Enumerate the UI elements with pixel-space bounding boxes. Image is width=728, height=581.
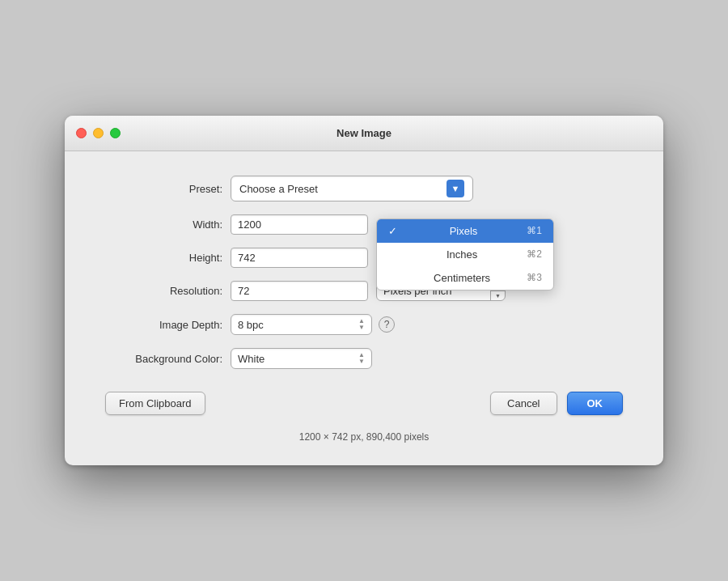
unit-centimeters-shortcut: ⌘3: [527, 272, 542, 283]
image-depth-help-button[interactable]: ?: [379, 316, 395, 333]
resolution-input[interactable]: [231, 281, 368, 301]
image-depth-label: Image Depth:: [105, 319, 222, 331]
background-color-stepper-icon: ▲ ▼: [358, 352, 365, 365]
image-depth-select[interactable]: 8 bpc ▲ ▼: [231, 314, 372, 335]
background-color-row: Background Color: White ▲ ▼: [105, 348, 623, 369]
close-button[interactable]: [76, 128, 87, 138]
image-depth-stepper-icon: ▲ ▼: [358, 318, 365, 331]
unit-centimeters-option[interactable]: Centimeters ⌘3: [377, 266, 553, 290]
resolution-label: Resolution:: [105, 285, 222, 297]
titlebar: New Image: [65, 116, 663, 151]
height-input[interactable]: [231, 248, 368, 268]
minimize-button[interactable]: [93, 128, 104, 138]
image-depth-value: 8 bpc: [238, 319, 264, 331]
new-image-dialog: New Image Preset: Choose a Preset ▼ Widt…: [65, 116, 663, 465]
unit-popup: ✓ Pixels ⌘1 Inches ⌘2 Centimeters ⌘3: [376, 218, 554, 290]
maximize-button[interactable]: [110, 128, 121, 138]
preset-chevron-icon: ▼: [447, 180, 464, 197]
checkmark-empty: [388, 248, 397, 261]
width-input[interactable]: [231, 214, 368, 235]
unit-centimeters-label: Centimeters: [434, 272, 490, 284]
preset-label: Preset:: [105, 183, 222, 195]
preset-row: Preset: Choose a Preset ▼: [105, 176, 623, 201]
checkmark-empty2: [388, 272, 397, 284]
unit-pixels-label: Pixels: [450, 225, 478, 237]
background-color-value: White: [238, 353, 265, 365]
ok-button[interactable]: OK: [567, 392, 624, 415]
unit-pixels-shortcut: ⌘1: [527, 225, 542, 236]
checkmark-icon: ✓: [388, 225, 400, 237]
window-title: New Image: [336, 127, 392, 139]
image-depth-row: Image Depth: 8 bpc ▲ ▼ ?: [105, 314, 623, 335]
background-color-label: Background Color:: [105, 353, 222, 365]
unit-pixels-option[interactable]: ✓ Pixels ⌘1: [377, 219, 553, 243]
traffic-lights: [76, 128, 121, 138]
unit-inches-label: Inches: [447, 248, 477, 261]
width-label: Width:: [105, 218, 222, 231]
buttons-row: From Clipboard Cancel OK: [105, 392, 623, 418]
height-label: Height:: [105, 252, 222, 264]
cancel-button[interactable]: Cancel: [490, 392, 557, 415]
ppi-stepper-down-button[interactable]: ▼: [491, 291, 505, 300]
dialog-content: Preset: Choose a Preset ▼ Width: ✓ Pixel…: [65, 151, 663, 465]
status-text: 1200 × 742 px, 890,400 pixels: [105, 431, 623, 443]
width-row: Width: ✓ Pixels ⌘1 Inches ⌘2: [105, 214, 623, 235]
preset-value: Choose a Preset: [239, 183, 318, 195]
from-clipboard-button[interactable]: From Clipboard: [105, 392, 205, 415]
background-color-select[interactable]: White ▲ ▼: [231, 348, 372, 369]
preset-dropdown[interactable]: Choose a Preset ▼: [231, 176, 473, 201]
unit-inches-shortcut: ⌘2: [527, 248, 542, 260]
unit-inches-option[interactable]: Inches ⌘2: [377, 243, 553, 266]
